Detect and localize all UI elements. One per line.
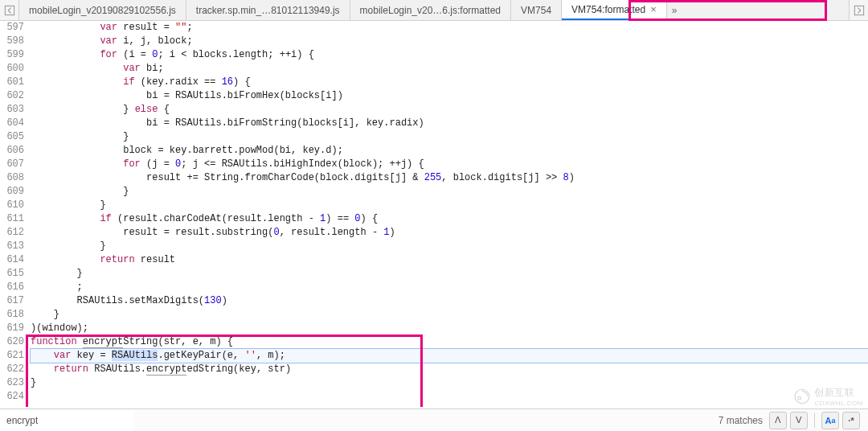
line-number: 602 <box>0 89 24 103</box>
chevron-left-boxed-icon <box>4 5 15 16</box>
line-number: 599 <box>0 48 24 62</box>
line-number: 600 <box>0 62 24 76</box>
line-number: 616 <box>0 281 24 294</box>
line-number: 604 <box>0 117 24 130</box>
line-number: 614 <box>0 253 24 267</box>
source-editor[interactable]: 5975985996006016026036046056066076086096… <box>0 21 868 407</box>
tab-item[interactable]: VM754 <box>511 0 562 20</box>
code-line[interactable]: } <box>31 376 868 390</box>
line-number: 606 <box>0 144 24 158</box>
code-line[interactable]: var result = ""; <box>31 21 868 35</box>
tab-scroll-right-button[interactable] <box>849 0 868 20</box>
code-line[interactable]: return result <box>31 253 868 267</box>
tabs-bar: mobileLogin_v20190829102556.js tracker.s… <box>0 0 868 21</box>
tab-item[interactable]: mobileLogin_v20…6.js:formatted <box>350 0 511 20</box>
svg-rect-1 <box>854 6 863 14</box>
tab-scroll-left-button[interactable] <box>0 0 19 20</box>
chevron-right-boxed-icon <box>854 5 865 16</box>
find-next-button[interactable]: ᐯ <box>790 412 808 429</box>
line-number: 597 <box>0 21 24 35</box>
tab-item[interactable]: mobileLogin_v20190829102556.js <box>19 0 186 20</box>
code-line[interactable]: bi = RSAUtils.biFromHex(blocks[i]) <box>31 89 868 103</box>
code-line[interactable]: } <box>31 130 868 144</box>
code-line[interactable]: RSAUtils.setMaxDigits(130) <box>31 294 868 308</box>
line-number: 608 <box>0 171 24 185</box>
line-number: 598 <box>0 35 24 48</box>
code-line[interactable]: function encryptString(str, e, m) { <box>31 335 868 349</box>
svg-rect-0 <box>5 6 14 14</box>
line-number: 621 <box>0 349 24 363</box>
tab-label: VM754:formatted <box>571 4 645 15</box>
code-line[interactable]: var bi; <box>31 62 868 76</box>
tab-item[interactable]: tracker.sp.min_…81012113949.js <box>186 0 350 20</box>
line-number: 618 <box>0 308 24 322</box>
find-bar: 7 matches ᐱ ᐯ Aa ·* <box>0 408 868 431</box>
find-matches-count: 7 matches <box>719 415 768 426</box>
source-code-area[interactable]: var result = ""; var i, j, block; for (i… <box>27 21 868 407</box>
code-line[interactable]: } <box>31 199 868 212</box>
code-line[interactable]: block = key.barrett.powMod(bi, key.d); <box>31 144 868 158</box>
line-number: 622 <box>0 363 24 376</box>
chevron-up-icon: ᐱ <box>775 415 781 425</box>
line-number: 623 <box>0 376 24 390</box>
find-input[interactable] <box>0 410 133 431</box>
code-line[interactable]: bi = RSAUtils.biFromString(blocks[i], ke… <box>31 117 868 130</box>
code-line[interactable]: } <box>31 240 868 253</box>
tab-label: VM754 <box>521 5 551 16</box>
line-number: 615 <box>0 267 24 281</box>
code-line[interactable]: result = result.substring(0, result.leng… <box>31 226 868 240</box>
line-number: 612 <box>0 226 24 240</box>
code-line[interactable] <box>31 390 868 404</box>
line-number: 610 <box>0 199 24 212</box>
code-line[interactable]: if (key.radix == 16) { <box>31 76 868 89</box>
close-icon[interactable]: × <box>650 3 657 15</box>
match-case-toggle[interactable]: Aa <box>821 412 839 429</box>
tab-label: tracker.sp.min_…81012113949.js <box>196 5 340 16</box>
chevron-down-icon: ᐯ <box>796 415 802 425</box>
line-number: 609 <box>0 185 24 199</box>
line-number: 607 <box>0 158 24 171</box>
code-line[interactable]: } <box>31 267 868 281</box>
line-number: 603 <box>0 103 24 117</box>
tab-label: mobileLogin_v20…6.js:formatted <box>360 5 501 16</box>
tabs-overflow-button[interactable]: » <box>667 0 682 20</box>
line-number: 601 <box>0 76 24 89</box>
code-line[interactable]: } <box>31 308 868 322</box>
line-number: 619 <box>0 322 24 335</box>
code-line[interactable]: } else { <box>31 103 868 117</box>
line-number: 613 <box>0 240 24 253</box>
code-line[interactable]: ; <box>31 281 868 294</box>
line-number: 624 <box>0 390 24 404</box>
code-line[interactable]: )(window); <box>31 322 868 335</box>
tab-label: mobileLogin_v20190829102556.js <box>29 5 176 16</box>
tab-item-active[interactable]: VM754:formatted × <box>562 0 667 20</box>
chevron-double-right-icon: » <box>672 5 678 16</box>
code-line[interactable]: result += String.fromCharCode(block.digi… <box>31 171 868 185</box>
code-line[interactable]: } <box>31 185 868 199</box>
divider <box>814 413 815 428</box>
code-line[interactable]: var key = RSAUtils.getKeyPair(e, '', m); <box>31 349 868 363</box>
code-line[interactable]: if (result.charCodeAt(result.length - 1)… <box>31 212 868 226</box>
regex-toggle[interactable]: ·* <box>842 412 860 429</box>
line-number-gutter: 5975985996006016026036046056066076086096… <box>0 21 27 407</box>
find-prev-button[interactable]: ᐱ <box>769 412 787 429</box>
line-number: 617 <box>0 294 24 308</box>
code-line[interactable]: for (j = 0; j <= RSAUtils.biHighIndex(bl… <box>31 158 868 171</box>
code-line[interactable]: for (i = 0; i < blocks.length; ++i) { <box>31 48 868 62</box>
line-number: 620 <box>0 335 24 349</box>
line-number: 605 <box>0 130 24 144</box>
line-number: 611 <box>0 212 24 226</box>
code-line[interactable]: var i, j, block; <box>31 35 868 48</box>
code-line[interactable]: return RSAUtils.encryptedString(key, str… <box>31 363 868 376</box>
